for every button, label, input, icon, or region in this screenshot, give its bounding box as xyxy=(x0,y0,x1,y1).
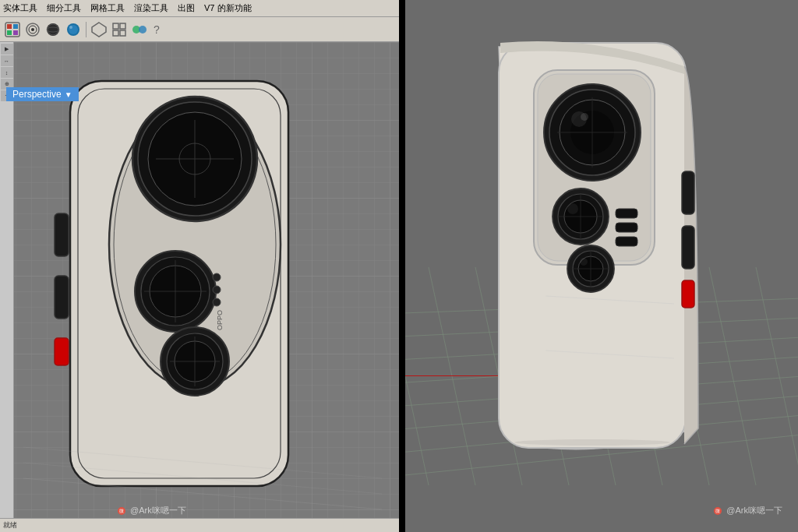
svg-point-7 xyxy=(31,28,34,31)
viewport-area-left[interactable]: Perspective ▼ xyxy=(0,42,399,532)
viewport-label[interactable]: Perspective ▼ xyxy=(6,87,79,101)
toolbar-icon-5[interactable] xyxy=(90,20,108,39)
left-sidebar: ▶ ↔ ↕ ⊕ ✦ xyxy=(0,42,14,532)
svg-rect-101 xyxy=(682,280,694,308)
phone-cad-wireframe: OPPO xyxy=(23,58,382,517)
svg-rect-16 xyxy=(120,23,125,29)
svg-text:OPPO: OPPO xyxy=(216,310,224,330)
menu-item-new-features[interactable]: V7 的新功能 xyxy=(204,2,252,14)
svg-rect-49 xyxy=(55,276,69,319)
viewport-label-text: Perspective xyxy=(12,89,62,100)
sidebar-tool-2[interactable]: ↔ xyxy=(1,55,13,66)
menu-item-solid[interactable]: 实体工具 xyxy=(3,2,37,14)
svg-rect-18 xyxy=(120,30,125,36)
svg-point-45 xyxy=(213,286,221,294)
toolbar-icon-6[interactable] xyxy=(110,20,129,39)
toolbar-icon-3[interactable] xyxy=(44,20,62,39)
svg-point-104 xyxy=(514,439,670,446)
menu-item-render[interactable]: 渲染工具 xyxy=(134,2,168,14)
svg-text:微: 微 xyxy=(715,509,720,513)
svg-rect-17 xyxy=(113,30,118,36)
svg-text:?: ? xyxy=(154,23,160,36)
svg-point-44 xyxy=(213,273,221,281)
svg-rect-4 xyxy=(13,30,18,35)
sidebar-tool-1[interactable]: ▶ xyxy=(1,44,13,55)
svg-rect-96 xyxy=(616,209,637,218)
svg-point-87 xyxy=(567,203,578,214)
svg-rect-97 xyxy=(616,223,637,232)
right-panel: 微 @Ark咪嗯一下 xyxy=(405,0,798,532)
svg-point-46 xyxy=(213,298,221,306)
menu-bar: 实体工具 细分工具 网格工具 渲染工具 出图 V7 的新功能 xyxy=(0,0,399,17)
svg-point-8 xyxy=(47,23,59,36)
left-panel: 实体工具 细分工具 网格工具 渲染工具 出图 V7 的新功能 xyxy=(0,0,399,532)
svg-rect-15 xyxy=(113,23,118,29)
svg-rect-48 xyxy=(55,213,69,256)
status-bar: 就绪 xyxy=(0,518,399,532)
toolbar-icon-2[interactable] xyxy=(23,20,42,39)
watermark-right: 微 @Ark咪嗯一下 xyxy=(713,505,782,516)
svg-point-81 xyxy=(581,113,588,121)
svg-point-93 xyxy=(580,258,588,266)
svg-rect-2 xyxy=(7,30,12,35)
svg-rect-99 xyxy=(682,171,694,214)
svg-text:微: 微 xyxy=(119,509,124,513)
toolbar-sep-1 xyxy=(86,22,87,37)
sidebar-tool-3[interactable]: ↕ xyxy=(1,67,13,78)
toolbar-icon-8[interactable]: ? xyxy=(150,20,169,39)
panel-divider xyxy=(399,0,405,532)
menu-item-export[interactable]: 出图 xyxy=(178,2,195,14)
viewport-dropdown-arrow: ▼ xyxy=(65,90,72,99)
svg-marker-14 xyxy=(92,23,106,37)
svg-rect-50 xyxy=(55,338,69,365)
svg-rect-100 xyxy=(682,226,694,269)
toolbar-icon-7[interactable] xyxy=(130,20,149,39)
status-text: 就绪 xyxy=(3,520,17,530)
svg-line-64 xyxy=(405,267,429,485)
svg-point-20 xyxy=(139,26,147,33)
toolbar: ? xyxy=(0,17,399,42)
svg-rect-98 xyxy=(616,237,637,246)
svg-point-13 xyxy=(69,26,72,29)
toolbar-icon-4[interactable] xyxy=(64,20,83,39)
menu-item-mesh[interactable]: 网格工具 xyxy=(90,2,125,14)
toolbar-icon-1[interactable] xyxy=(3,20,22,39)
phone-rendered-3d xyxy=(452,23,748,475)
watermark-left: 微 @Ark咪嗯一下 xyxy=(117,505,186,516)
main-container: 实体工具 细分工具 网格工具 渲染工具 出图 V7 的新功能 xyxy=(0,0,798,532)
menu-item-subdivide[interactable]: 细分工具 xyxy=(47,2,81,14)
svg-rect-3 xyxy=(13,24,18,29)
svg-rect-1 xyxy=(7,24,12,29)
